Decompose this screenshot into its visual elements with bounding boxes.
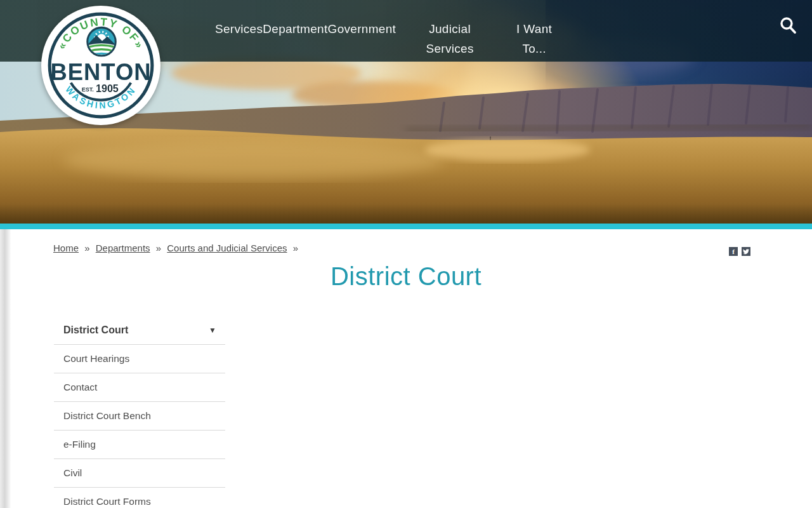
logo-est-year: 1905 xyxy=(96,83,119,94)
accent-stripe xyxy=(0,224,812,229)
nav-item-government[interactable]: Government xyxy=(328,19,396,39)
sidebar-item-e-filing[interactable]: e-Filing xyxy=(54,431,225,459)
breadcrumb: Home » Departments » Courts and Judicial… xyxy=(53,243,301,253)
breadcrumb-link-courts-judicial-services[interactable]: Courts and Judicial Services xyxy=(167,243,287,253)
nav-item-judicial-services[interactable]: Judicial Services xyxy=(422,19,478,58)
breadcrumb-separator: » xyxy=(156,243,161,253)
chevron-down-icon: ▼ xyxy=(209,326,216,335)
nav-item-services[interactable]: Services xyxy=(215,19,263,39)
social-share-buttons: f xyxy=(729,247,750,256)
county-logo[interactable]: «COUNTY OF» WASHINGTON BENTON EST. 1905 xyxy=(41,5,161,126)
breadcrumb-link-departments[interactable]: Departments xyxy=(96,243,150,253)
sidebar-header-label: District Court xyxy=(63,324,128,336)
main-content: Home » Departments » Courts and Judicial… xyxy=(0,229,812,508)
page-title: District Court xyxy=(0,262,812,291)
sidebar-menu: District Court ▼ Court Hearings Contact … xyxy=(54,316,225,508)
nav-item-department[interactable]: Department xyxy=(263,19,327,39)
nav-item-i-want-to[interactable]: I Want To... xyxy=(511,19,557,58)
sidebar-item-court-hearings[interactable]: Court Hearings xyxy=(54,345,225,373)
logo-est-label: EST. xyxy=(82,86,94,93)
twitter-share-button[interactable] xyxy=(742,247,750,256)
page: Services Department Government Judicial … xyxy=(0,0,812,508)
sidebar-item-district-court-forms[interactable]: District Court Forms xyxy=(54,488,225,508)
search-button[interactable] xyxy=(776,14,799,37)
logo-county-name: BENTON xyxy=(51,59,152,85)
sidebar-item-district-court[interactable]: District Court ▼ xyxy=(54,316,225,345)
benton-county-seal: «COUNTY OF» WASHINGTON BENTON EST. 1905 xyxy=(41,5,161,126)
twitter-icon xyxy=(743,249,749,255)
breadcrumb-link-home[interactable]: Home xyxy=(53,243,79,253)
breadcrumb-separator: » xyxy=(293,243,298,253)
sidebar-item-civil[interactable]: Civil xyxy=(54,459,225,488)
sidebar-item-district-court-bench[interactable]: District Court Bench xyxy=(54,402,225,431)
sidebar-item-contact[interactable]: Contact xyxy=(54,373,225,402)
search-icon xyxy=(778,15,798,36)
facebook-icon: f xyxy=(732,248,735,255)
nav-links: Services Department Government Judicial … xyxy=(215,19,557,58)
facebook-share-button[interactable]: f xyxy=(729,247,738,256)
breadcrumb-separator: » xyxy=(84,243,89,253)
